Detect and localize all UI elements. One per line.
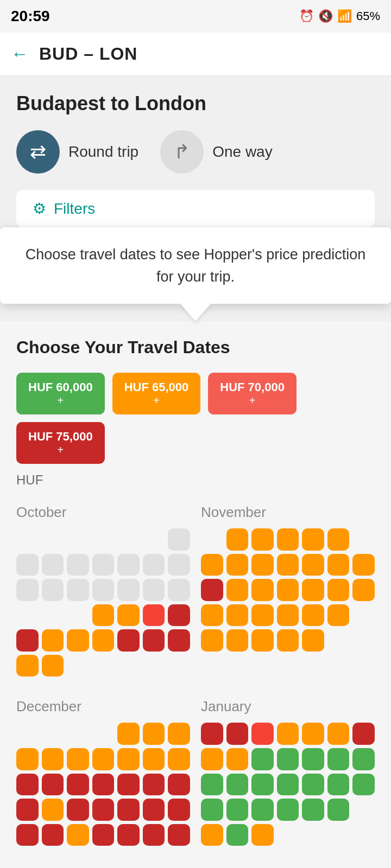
cal-cell[interactable] bbox=[226, 629, 249, 652]
cal-cell[interactable] bbox=[168, 748, 190, 770]
cal-cell[interactable] bbox=[92, 629, 115, 652]
cal-cell[interactable] bbox=[327, 748, 350, 770]
cal-cell[interactable] bbox=[117, 554, 140, 576]
round-trip-option[interactable]: ⇄ Round trip bbox=[16, 130, 138, 174]
cal-cell[interactable] bbox=[168, 528, 190, 551]
cal-cell[interactable] bbox=[226, 604, 249, 627]
cal-cell[interactable] bbox=[16, 655, 39, 677]
cal-cell[interactable] bbox=[277, 629, 299, 652]
filters-bar[interactable]: ⚙ Filters bbox=[16, 190, 375, 227]
cal-cell[interactable] bbox=[143, 748, 165, 770]
cal-cell[interactable] bbox=[117, 629, 140, 652]
cal-cell[interactable] bbox=[302, 748, 324, 770]
cal-cell[interactable] bbox=[251, 528, 274, 551]
cal-cell[interactable] bbox=[67, 748, 89, 770]
cal-cell[interactable] bbox=[168, 799, 190, 821]
cal-cell[interactable] bbox=[201, 748, 223, 770]
cal-cell[interactable] bbox=[67, 554, 89, 576]
cal-cell[interactable] bbox=[327, 799, 350, 821]
cal-cell[interactable] bbox=[16, 799, 39, 821]
cal-cell[interactable] bbox=[92, 799, 115, 821]
cal-cell[interactable] bbox=[226, 723, 249, 745]
cal-cell[interactable] bbox=[201, 799, 223, 821]
cal-cell[interactable] bbox=[352, 748, 375, 770]
cal-cell[interactable] bbox=[327, 579, 350, 601]
cal-cell[interactable] bbox=[92, 748, 115, 770]
cal-cell[interactable] bbox=[67, 774, 89, 796]
cal-cell[interactable] bbox=[168, 774, 190, 796]
cal-cell[interactable] bbox=[327, 774, 350, 796]
cal-cell[interactable] bbox=[201, 579, 223, 601]
cal-cell[interactable] bbox=[327, 528, 350, 551]
cal-cell[interactable] bbox=[143, 799, 165, 821]
price-badge-green[interactable]: HUF 60,000 + bbox=[16, 373, 105, 414]
cal-cell[interactable] bbox=[168, 723, 190, 745]
cal-cell[interactable] bbox=[251, 629, 274, 652]
cal-cell[interactable] bbox=[277, 554, 299, 576]
cal-cell[interactable] bbox=[168, 824, 190, 846]
cal-cell[interactable] bbox=[302, 528, 324, 551]
price-badge-red[interactable]: HUF 75,000 + bbox=[16, 422, 105, 464]
cal-cell[interactable] bbox=[352, 774, 375, 796]
cal-cell[interactable] bbox=[277, 528, 299, 551]
back-button[interactable]: ← bbox=[11, 44, 28, 64]
cal-cell[interactable] bbox=[201, 554, 223, 576]
cal-cell[interactable] bbox=[42, 824, 64, 846]
cal-cell[interactable] bbox=[16, 748, 39, 770]
cal-cell[interactable] bbox=[117, 604, 140, 627]
cal-cell[interactable] bbox=[143, 774, 165, 796]
cal-cell[interactable] bbox=[143, 579, 165, 601]
cal-cell[interactable] bbox=[42, 799, 64, 821]
cal-cell[interactable] bbox=[201, 723, 223, 745]
cal-cell[interactable] bbox=[16, 579, 39, 601]
cal-cell[interactable] bbox=[352, 579, 375, 601]
cal-cell[interactable] bbox=[16, 629, 39, 652]
cal-cell[interactable] bbox=[327, 723, 350, 745]
cal-cell[interactable] bbox=[251, 723, 274, 745]
cal-cell[interactable] bbox=[42, 554, 64, 576]
cal-cell[interactable] bbox=[92, 824, 115, 846]
price-badge-orange[interactable]: HUF 65,000 + bbox=[112, 373, 201, 414]
cal-cell[interactable] bbox=[168, 579, 190, 601]
cal-cell[interactable] bbox=[251, 579, 274, 601]
cal-cell[interactable] bbox=[42, 579, 64, 601]
cal-cell[interactable] bbox=[201, 629, 223, 652]
cal-cell[interactable] bbox=[67, 579, 89, 601]
price-badge-dark-orange[interactable]: HUF 70,000 + bbox=[208, 373, 297, 414]
cal-cell[interactable] bbox=[277, 604, 299, 627]
cal-cell[interactable] bbox=[16, 774, 39, 796]
cal-cell[interactable] bbox=[117, 579, 140, 601]
cal-cell[interactable] bbox=[302, 774, 324, 796]
cal-cell[interactable] bbox=[302, 579, 324, 601]
cal-cell[interactable] bbox=[226, 774, 249, 796]
cal-cell[interactable] bbox=[251, 824, 274, 846]
cal-cell[interactable] bbox=[42, 774, 64, 796]
cal-cell[interactable] bbox=[226, 824, 249, 846]
cal-cell[interactable] bbox=[226, 748, 249, 770]
cal-cell[interactable] bbox=[302, 799, 324, 821]
cal-cell[interactable] bbox=[42, 748, 64, 770]
cal-cell[interactable] bbox=[251, 774, 274, 796]
cal-cell[interactable] bbox=[352, 723, 375, 745]
cal-cell[interactable] bbox=[92, 579, 115, 601]
cal-cell[interactable] bbox=[226, 579, 249, 601]
cal-cell[interactable] bbox=[201, 604, 223, 627]
cal-cell[interactable] bbox=[143, 723, 165, 745]
cal-cell[interactable] bbox=[117, 799, 140, 821]
cal-cell[interactable] bbox=[117, 824, 140, 846]
cal-cell[interactable] bbox=[143, 824, 165, 846]
cal-cell[interactable] bbox=[168, 554, 190, 576]
cal-cell[interactable] bbox=[327, 554, 350, 576]
cal-cell[interactable] bbox=[143, 604, 165, 627]
cal-cell[interactable] bbox=[277, 748, 299, 770]
cal-cell[interactable] bbox=[117, 748, 140, 770]
cal-cell[interactable] bbox=[251, 799, 274, 821]
cal-cell[interactable] bbox=[226, 528, 249, 551]
cal-cell[interactable] bbox=[277, 774, 299, 796]
cal-cell[interactable] bbox=[42, 629, 64, 652]
cal-cell[interactable] bbox=[117, 774, 140, 796]
cal-cell[interactable] bbox=[143, 629, 165, 652]
cal-cell[interactable] bbox=[251, 748, 274, 770]
cal-cell[interactable] bbox=[277, 799, 299, 821]
cal-cell[interactable] bbox=[226, 554, 249, 576]
